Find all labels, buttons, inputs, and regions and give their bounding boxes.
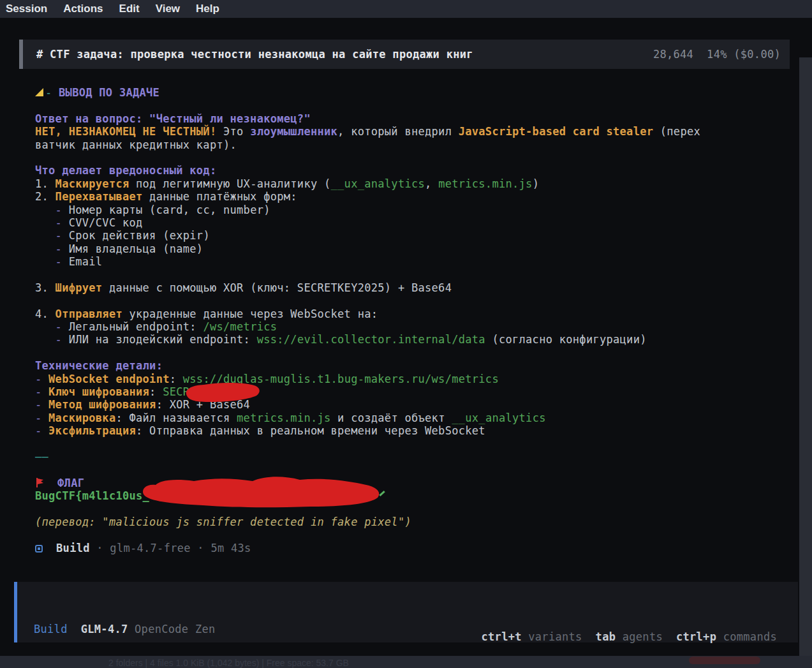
menu-item-session[interactable]: Session: [6, 3, 47, 15]
menu-item-help[interactable]: Help: [196, 3, 219, 15]
terminal-line: 1. Маскируется под легитимную UX-аналити…: [35, 177, 788, 190]
terminal-line: 2. Перехватывает данные платёжных форм:: [35, 190, 788, 203]
session-title-bar: # CTF задача: проверка честности незнако…: [19, 40, 790, 69]
section-header-conclusion: - ВЫВОД ПО ЗАДАЧЕ: [35, 86, 788, 99]
terminal-line: [35, 346, 788, 359]
hint-commands: ctrl+p commands: [676, 630, 777, 643]
footer-hints: ctrl+t variantstab agentsctrl+p commands: [468, 630, 777, 643]
build-badge-icon: [35, 545, 43, 553]
hint-key: ctrl+p: [676, 630, 716, 643]
hint-key: ctrl+t: [482, 630, 522, 643]
terminal-line: - Легальный endpoint: /ws/metrics: [35, 320, 788, 333]
background-window-statusbar: 2 folders | 4 files 1.0 KiB (1,042 bytes…: [0, 656, 812, 668]
terminal-line: [35, 503, 788, 516]
terminal-output: - ВЫВОД ПО ЗАДАЧЕОтвет на вопрос: "Честн…: [35, 86, 788, 554]
terminal-line: [35, 99, 788, 112]
background-status-text: 2 folders | 4 files 1.0 KiB (1,042 bytes…: [108, 658, 349, 668]
warning-triangle-icon: [35, 88, 43, 96]
terminal-line: [35, 463, 788, 476]
section-header-malware: Что делает вредоносный код:: [35, 164, 788, 177]
model-name[interactable]: GLM-4.7: [81, 623, 128, 635]
terminal-line: - Имя владельца (name): [35, 242, 788, 255]
answer-question-line: Ответ на вопрос: "Честный ли незнакомец?…: [35, 112, 788, 125]
hint-agents: tab agents: [596, 630, 663, 643]
divider-line: ——: [35, 450, 788, 463]
hint-label: commands: [716, 630, 777, 643]
terminal-line: ватчик данных кредитных карт).: [35, 138, 788, 151]
menu-item-actions[interactable]: Actions: [63, 3, 103, 15]
hint-key: tab: [596, 630, 616, 643]
terminal-line: - Срок действия (expir): [35, 229, 788, 242]
terminal-line: - Эксфильтрация: Отправка данных в реаль…: [35, 424, 788, 437]
provider-name: OpenCode Zen: [135, 623, 215, 635]
verdict-line: НЕТ, НЕЗНАКОМЕЦ НЕ ЧЕСТНЫЙ! Это злоумышл…: [35, 125, 788, 138]
flag-value-line: BugCTF{m4l1c10us_: [35, 489, 788, 502]
session-title: # CTF задача: проверка честности незнако…: [36, 48, 473, 61]
background-red-smudge: [689, 657, 760, 664]
terminal-line: [35, 438, 788, 450]
terminal-line: [35, 268, 788, 281]
background-window-edge: [799, 57, 812, 656]
flag-header-line: ФЛАГ: [35, 477, 788, 489]
terminal-line: [35, 294, 788, 307]
run-status-line: Build · glm-4.7-free · 5m 43s: [35, 542, 788, 554]
terminal-line: - Номер карты (card, cc, number): [35, 204, 788, 216]
terminal-line: 3. Шифрует данные с помощью XOR (ключ: S…: [35, 281, 788, 294]
session-stats: 28,644 14% ($0.00): [653, 48, 781, 61]
translation-line: (перевод: "malicious js sniffer detected…: [35, 516, 788, 528]
hint-label: variants: [522, 630, 582, 643]
context-cost: 14% ($0.00): [707, 48, 781, 61]
terminal-line: 4. Отправляет украденные данные через We…: [35, 308, 788, 320]
terminal-line: - Метод шифрования: XOR + Base64: [35, 398, 788, 411]
terminal-line: - ИЛИ на злодейский endpoint: wss://evil…: [35, 333, 788, 346]
terminal-line: - WebSocket endpoint: wss://duglas-mugli…: [35, 373, 788, 385]
input-meta: Build GLM-4.7 OpenCode Zen: [34, 623, 215, 635]
menu-bar: SessionActionsEditViewHelp: [0, 0, 812, 18]
hint-label: agents: [616, 630, 663, 643]
terminal-line: - CVV/CVC код: [35, 216, 788, 229]
encryption-key-line: - Ключ шифрования: SECRETKEY2025: [35, 385, 788, 398]
opencode-terminal-app: SessionActionsEditViewHelp # CTF задача:…: [0, 0, 812, 668]
menu-item-view[interactable]: View: [156, 3, 180, 15]
agent-mode[interactable]: Build: [34, 623, 68, 635]
terminal-line: - Email: [35, 255, 788, 268]
hint-variants: ctrl+t variants: [482, 630, 582, 643]
section-header-tech-details: Технические детали:: [35, 359, 788, 372]
flag-icon: [35, 477, 44, 489]
token-count: 28,644: [653, 48, 693, 61]
menu-item-edit[interactable]: Edit: [119, 3, 140, 15]
terminal-line: - Маскировка: Файл называется metrics.mi…: [35, 412, 788, 424]
terminal-line: [35, 151, 788, 164]
terminal-line: [35, 528, 788, 541]
terminal-window: # CTF задача: проверка честности незнако…: [0, 18, 799, 656]
